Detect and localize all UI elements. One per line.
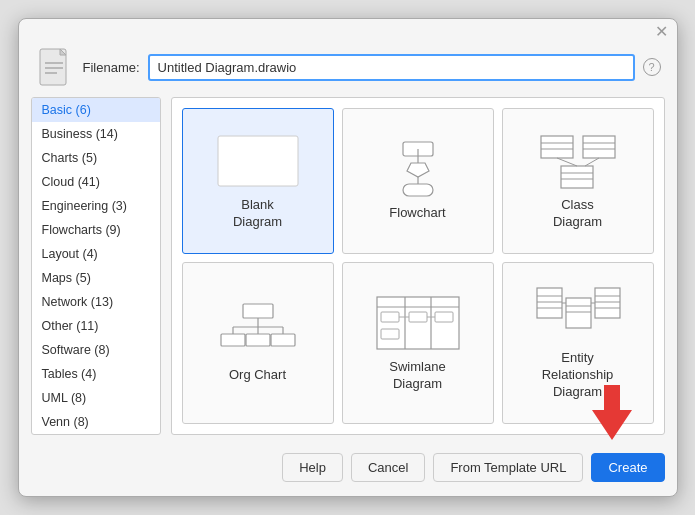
svg-marker-8 — [407, 163, 429, 177]
svg-rect-30 — [246, 334, 270, 346]
sidebar-item-layout[interactable]: Layout (4) — [32, 242, 160, 266]
create-button[interactable]: Create — [591, 453, 664, 482]
template-swimlane[interactable]: SwimlaneDiagram — [342, 262, 494, 424]
sidebar-item-tables[interactable]: Tables (4) — [32, 362, 160, 386]
svg-rect-38 — [409, 312, 427, 322]
sidebar-item-charts[interactable]: Charts (5) — [32, 146, 160, 170]
svg-rect-12 — [541, 136, 573, 158]
new-diagram-dialog: ✕ Filename: ? Basic (6) Business (14) Ch… — [18, 18, 678, 497]
sidebar-item-venn[interactable]: Venn (8) — [32, 410, 160, 434]
svg-rect-46 — [595, 288, 620, 318]
template-class-diagram[interactable]: ClassDiagram — [502, 108, 654, 254]
template-flowchart[interactable]: Flowchart — [342, 108, 494, 254]
flowchart-thumbnail — [373, 139, 463, 199]
template-blank[interactable]: BlankDiagram — [182, 108, 334, 254]
swimlane-thumbnail — [373, 293, 463, 353]
sidebar-item-network[interactable]: Network (13) — [32, 290, 160, 314]
svg-rect-42 — [537, 288, 562, 318]
org-chart-thumbnail — [213, 301, 303, 361]
svg-marker-55 — [592, 385, 632, 440]
title-bar: ✕ — [19, 19, 677, 43]
filename-input[interactable] — [148, 54, 635, 81]
category-sidebar: Basic (6) Business (14) Charts (5) Cloud… — [31, 97, 161, 435]
class-diagram-thumbnail — [533, 131, 623, 191]
sidebar-item-basic[interactable]: Basic (6) — [32, 98, 160, 122]
sidebar-item-uml[interactable]: UML (8) — [32, 386, 160, 410]
svg-rect-50 — [566, 298, 591, 328]
svg-rect-41 — [381, 329, 399, 339]
template-org-chart-label: Org Chart — [229, 367, 286, 384]
blank-diagram-thumbnail — [213, 131, 303, 191]
svg-rect-40 — [435, 312, 453, 322]
sidebar-item-flowcharts[interactable]: Flowcharts (9) — [32, 218, 160, 242]
svg-line-21 — [557, 158, 577, 166]
template-flowchart-label: Flowchart — [389, 205, 445, 222]
cancel-button[interactable]: Cancel — [351, 453, 425, 482]
filename-row: Filename: ? — [19, 43, 677, 97]
sidebar-item-cloud[interactable]: Cloud (41) — [32, 170, 160, 194]
svg-line-22 — [585, 158, 599, 166]
file-icon — [35, 47, 75, 87]
svg-rect-31 — [271, 334, 295, 346]
template-swimlane-label: SwimlaneDiagram — [389, 359, 445, 393]
dialog-footer: Help Cancel From Template URL Create — [19, 443, 677, 496]
svg-rect-18 — [561, 166, 593, 188]
svg-rect-15 — [583, 136, 615, 158]
svg-rect-23 — [243, 304, 273, 318]
template-org-chart[interactable]: Org Chart — [182, 262, 334, 424]
template-class-diagram-label: ClassDiagram — [553, 197, 602, 231]
from-template-url-button[interactable]: From Template URL — [433, 453, 583, 482]
sidebar-item-maps[interactable]: Maps (5) — [32, 266, 160, 290]
svg-rect-36 — [381, 312, 399, 322]
close-button[interactable]: ✕ — [655, 25, 669, 39]
svg-rect-5 — [218, 136, 298, 186]
erd-thumbnail — [533, 284, 623, 344]
filename-help-icon[interactable]: ? — [643, 58, 661, 76]
sidebar-item-engineering[interactable]: Engineering (3) — [32, 194, 160, 218]
content-area: Basic (6) Business (14) Charts (5) Cloud… — [19, 97, 677, 443]
svg-rect-10 — [403, 184, 433, 196]
filename-label: Filename: — [83, 60, 140, 75]
help-button[interactable]: Help — [282, 453, 343, 482]
svg-rect-29 — [221, 334, 245, 346]
svg-rect-32 — [377, 297, 459, 349]
sidebar-item-business[interactable]: Business (14) — [32, 122, 160, 146]
sidebar-item-other[interactable]: Other (11) — [32, 314, 160, 338]
arrow-indicator — [587, 385, 637, 444]
template-blank-label: BlankDiagram — [233, 197, 282, 231]
sidebar-item-software[interactable]: Software (8) — [32, 338, 160, 362]
